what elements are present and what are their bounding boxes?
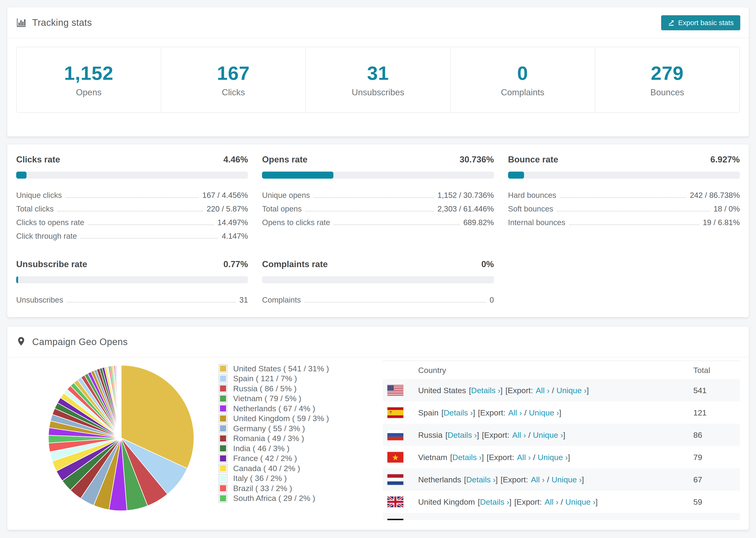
legend-item[interactable]: United Kingdom ( 59 / 3% ) [219, 413, 329, 424]
stat-row: Complaints0 [262, 291, 494, 304]
export-unique-link[interactable]: Unique › [541, 519, 572, 520]
stat-row-label: Unique clicks [16, 191, 62, 200]
map-pin-icon [16, 336, 27, 347]
stat-label-complaints: Complaints [501, 87, 544, 97]
rate-value-bounce-rate: 6.927% [710, 155, 740, 165]
legend-item[interactable]: Vietnam ( 79 / 5% ) [219, 394, 329, 404]
stat-row: Total opens2,303 / 61.446% [262, 200, 494, 213]
legend-item[interactable]: Italy ( 36 / 2% ) [219, 473, 329, 484]
details-link[interactable]: Details › [448, 430, 477, 439]
details-link[interactable]: Details › [480, 497, 509, 506]
slash: / [552, 386, 554, 395]
export-all-link[interactable]: All › [508, 408, 522, 417]
tracking-stats-title-text: Tracking stats [32, 17, 92, 28]
flag-vn-icon [387, 452, 404, 463]
dotted-leader [67, 302, 236, 302]
legend-item[interactable]: Netherlands ( 67 / 4% ) [219, 404, 329, 413]
rate-title-opens-rate: Opens rate [262, 155, 307, 165]
legend-item[interactable]: Canada ( 40 / 2% ) [219, 463, 329, 473]
legend-item[interactable]: Russia ( 86 / 5% ) [219, 384, 329, 394]
rate-value-unsubscribe-rate: 0.77% [223, 259, 248, 269]
geo-total-cell: 79 [693, 453, 702, 462]
legend-item[interactable]: Brazil ( 33 / 2% ) [219, 483, 329, 493]
geo-total-cell: 541 [693, 386, 707, 395]
export-prefix: [Export: [506, 386, 533, 395]
slash: / [524, 408, 526, 417]
export-all-link[interactable]: All › [512, 430, 526, 439]
legend-item[interactable]: South Africa ( 29 / 2% ) [219, 493, 329, 504]
slash: / [547, 475, 549, 484]
dotted-leader [88, 224, 214, 225]
stat-row-value: 19 / 6.81% [703, 218, 740, 227]
flag-es-icon [387, 407, 404, 418]
rate-title-bounce-rate: Bounce rate [508, 155, 558, 165]
export-basic-stats-button[interactable]: Export basic stats [661, 15, 740, 30]
legend-swatch [219, 364, 228, 373]
legend-item[interactable]: United States ( 541 / 31% ) [219, 364, 329, 374]
stat-box-clicks: 167Clicks [161, 47, 305, 112]
legend-item[interactable]: France ( 42 / 2% ) [219, 454, 329, 463]
export-all-link[interactable]: All › [531, 475, 545, 484]
legend-swatch [219, 454, 228, 463]
stat-row-value: 220 / 5.87% [207, 204, 248, 213]
stat-box-complaints: 0Complaints [450, 47, 595, 112]
details-link[interactable]: Details › [466, 475, 496, 484]
export-all-link[interactable]: All › [545, 497, 559, 506]
stat-row-label: Click through rate [16, 232, 77, 241]
stat-label-opens: Opens [76, 87, 101, 97]
flag-de-icon [387, 518, 404, 520]
geo-total-cell: 59 [693, 497, 702, 506]
stat-boxes-row: 1,152Opens167Clicks31Unsubscribes0Compla… [16, 47, 740, 113]
export-prefix: [Export: [482, 430, 510, 439]
legend-swatch [219, 414, 228, 423]
stat-row-label: Clicks to opens rate [16, 218, 84, 227]
geo-table-body: United States[Details ›][Export:All ›/Un… [383, 379, 740, 520]
export-unique-link[interactable]: Unique › [533, 430, 563, 439]
export-unique-link[interactable]: Unique › [566, 497, 596, 506]
country-name: Germany [418, 519, 451, 520]
rate-value-opens-rate: 30.736% [460, 155, 494, 165]
legend-swatch-color [220, 365, 226, 372]
export-unique-link[interactable]: Unique › [529, 408, 559, 417]
country-name: Netherlands [418, 475, 461, 484]
legend-item[interactable]: Germany ( 55 / 3% ) [219, 423, 329, 434]
legend-swatch-color [220, 396, 226, 402]
export-all-link[interactable]: All › [521, 519, 535, 520]
export-prefix: [Export: [501, 475, 528, 484]
export-prefix: [Export: [478, 408, 506, 417]
progress-bar-bounce-rate [508, 172, 740, 179]
stat-row-value: 2,303 / 61.446% [437, 204, 494, 213]
export-all-link[interactable]: All › [536, 386, 550, 395]
stat-value-clicks: 167 [217, 62, 250, 84]
stat-row-value: 689.82% [463, 218, 494, 227]
export-all-link[interactable]: All › [517, 453, 531, 461]
legend-label: United States ( 541 / 31% ) [233, 364, 329, 373]
export-unique-link[interactable]: Unique › [538, 453, 568, 461]
progress-bar-opens-rate [262, 172, 494, 179]
details-link[interactable]: Details › [453, 453, 482, 461]
details-link[interactable]: Details › [471, 386, 501, 395]
legend-item[interactable]: Spain ( 121 / 7% ) [219, 374, 329, 384]
pie-slice-other[interactable] [121, 365, 121, 438]
export-unique-link[interactable]: Unique › [557, 386, 587, 395]
stat-box-unsubscribes: 31Unsubscribes [305, 47, 450, 112]
legend-label: Russia ( 86 / 5% ) [233, 384, 297, 393]
legend-swatch [219, 464, 228, 473]
rate-title-unsubscribe-rate: Unsubscribe rate [16, 259, 87, 269]
stat-value-opens: 1,152 [64, 62, 113, 84]
legend-label: Brazil ( 33 / 2% ) [233, 484, 292, 493]
rate-title-complaints-rate: Complaints rate [262, 259, 328, 269]
slash: / [528, 430, 530, 439]
stat-row-value: 31 [240, 296, 248, 304]
details-link[interactable]: Details › [456, 519, 485, 520]
rate-head-clicks-rate: Clicks rate4.46% [16, 155, 248, 165]
legend-item[interactable]: India ( 46 / 3% ) [219, 443, 329, 454]
stat-row-label: Unsubscribes [16, 296, 63, 304]
export-unique-link[interactable]: Unique › [552, 475, 582, 484]
legend-swatch-color [220, 435, 226, 442]
legend-item[interactable]: Romania ( 49 / 3% ) [219, 434, 329, 444]
bracket: [ [454, 519, 456, 520]
rate-rows-complaints-rate: Complaints0 [262, 291, 494, 304]
legend-label: Spain ( 121 / 7% ) [233, 374, 297, 383]
details-link[interactable]: Details › [444, 408, 473, 417]
